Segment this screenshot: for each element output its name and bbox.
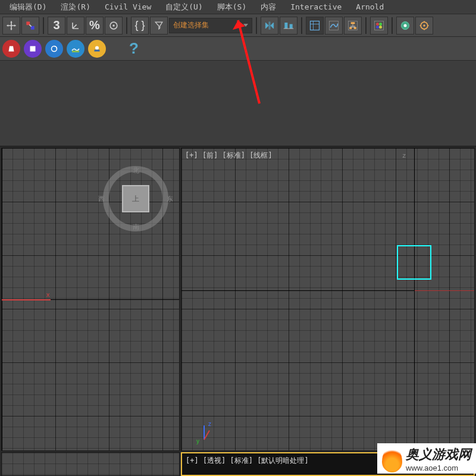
svg-rect-15 [354, 27, 356, 29]
svg-point-31 [95, 46, 99, 49]
svg-point-27 [423, 24, 425, 26]
z-label: z [208, 421, 211, 427]
viewcube-face[interactable]: 上 [122, 185, 149, 212]
svg-rect-5 [284, 23, 287, 29]
plugin-toolbar: ? [0, 37, 476, 61]
three-icon[interactable]: 3 [48, 17, 65, 35]
mirror-tool-icon[interactable] [261, 17, 278, 35]
watermark: 奥义游戏网 www.aoe1.com [377, 443, 476, 474]
menu-content[interactable]: 内容 [253, 1, 283, 14]
watermark-url: www.aoe1.com [406, 464, 471, 472]
main-toolbar: 3 % { } 创建选择集 [0, 14, 476, 37]
viewports-container: x 上 北 南 东 西 z [+] [前] [标准] [线框] z y [+] [0, 146, 476, 476]
menu-editor[interactable]: 编辑器(D) [2, 1, 54, 14]
menu-render[interactable]: 渲染(R) [54, 1, 97, 14]
svg-point-23 [379, 26, 382, 29]
z-axis-label: z [403, 152, 406, 159]
toolbar-separator [126, 17, 127, 34]
watermark-flame-icon [382, 446, 402, 472]
viewport-front-label[interactable]: [+] [前] [标准] [线框] [185, 151, 273, 161]
grid-minor [2, 453, 179, 475]
grid-major [181, 148, 474, 450]
viewcube[interactable]: 上 北 南 东 西 [103, 166, 168, 231]
menu-script[interactable]: 脚本(S) [210, 1, 253, 14]
spinner-snap-icon[interactable] [105, 17, 123, 35]
viewport-front[interactable]: z [+] [前] [标准] [线框] z y [181, 148, 475, 451]
plugin-icon-3[interactable] [45, 40, 63, 58]
viewcube-west: 西 [98, 195, 105, 203]
svg-point-22 [376, 26, 379, 29]
x-axis-line [2, 299, 51, 300]
toolbar-separator [43, 17, 44, 34]
svg-rect-1 [31, 26, 35, 29]
plugin-icon-4[interactable] [67, 40, 84, 58]
plugin-icon-1[interactable] [2, 40, 20, 58]
svg-line-2 [29, 24, 31, 26]
viewcube-south: 南 [133, 223, 139, 231]
svg-rect-13 [351, 22, 355, 24]
svg-point-25 [404, 24, 407, 27]
menu-interactive[interactable]: Interactive [283, 1, 349, 12]
svg-rect-0 [26, 21, 30, 25]
align-tool-icon[interactable] [280, 17, 298, 35]
axis-vertical [414, 148, 415, 450]
watermark-title: 奥义游戏网 [406, 446, 471, 464]
plugin-icon-2[interactable] [24, 40, 42, 58]
menu-arnold[interactable]: Arnold [349, 1, 391, 12]
watermark-text: 奥义游戏网 www.aoe1.com [406, 446, 471, 472]
plugin-icon-5[interactable] [88, 40, 106, 58]
menubar: 编辑器(D) 渲染(R) Civil View 自定义(U) 脚本(S) 内容 … [0, 0, 476, 14]
viewport-left-bottom[interactable] [1, 452, 180, 476]
selection-set-label: 创建选择集 [173, 20, 209, 30]
svg-rect-30 [72, 51, 79, 52]
svg-point-4 [112, 24, 114, 26]
svg-rect-14 [349, 27, 352, 29]
selection-bracket-icon[interactable]: { } [131, 17, 149, 35]
svg-point-20 [376, 23, 379, 26]
x-axis-line [415, 290, 474, 291]
render-settings-icon[interactable] [415, 17, 433, 35]
schematic-view-icon[interactable] [344, 17, 362, 35]
toolbar-separator [256, 17, 257, 34]
percent-icon[interactable]: % [86, 17, 104, 35]
x-axis-label: x [46, 291, 50, 298]
viewport-perspective-label[interactable]: [+] [透视] [标准] [默认明暗处理] [186, 456, 309, 466]
toolbar-separator [301, 17, 302, 34]
y-label: y [196, 438, 199, 444]
svg-rect-32 [95, 49, 100, 51]
selection-set-dropdown[interactable]: 创建选择集 [169, 18, 252, 33]
viewcube-north: 北 [133, 166, 139, 175]
angle-constraint-icon[interactable] [67, 17, 84, 35]
svg-point-21 [379, 23, 382, 26]
svg-rect-19 [375, 21, 384, 30]
toolbar-separator [365, 17, 367, 34]
viewcube-east: 东 [167, 195, 173, 203]
toolbar-separator [392, 17, 393, 34]
selection-filter-icon[interactable] [150, 17, 168, 35]
link-tool-icon[interactable] [21, 17, 39, 35]
help-icon[interactable]: ? [125, 40, 143, 58]
menu-civil-view[interactable]: Civil View [98, 1, 158, 12]
move-tool-icon[interactable] [2, 17, 20, 35]
render-setup-icon[interactable] [396, 17, 414, 35]
viewport-top[interactable]: x 上 北 南 东 西 [1, 148, 180, 451]
svg-rect-28 [30, 46, 36, 51]
material-editor-icon[interactable] [370, 17, 388, 35]
svg-rect-6 [290, 24, 293, 29]
ribbon-area [0, 61, 476, 146]
svg-rect-8 [311, 21, 320, 30]
layers-panel-icon[interactable] [306, 17, 324, 35]
curve-editor-icon[interactable] [325, 17, 343, 35]
selected-object-box[interactable] [397, 245, 431, 280]
axis-tripod: z y [196, 421, 220, 444]
dropdown-arrow-icon [243, 24, 248, 27]
menu-customize[interactable]: 自定义(U) [158, 1, 209, 14]
